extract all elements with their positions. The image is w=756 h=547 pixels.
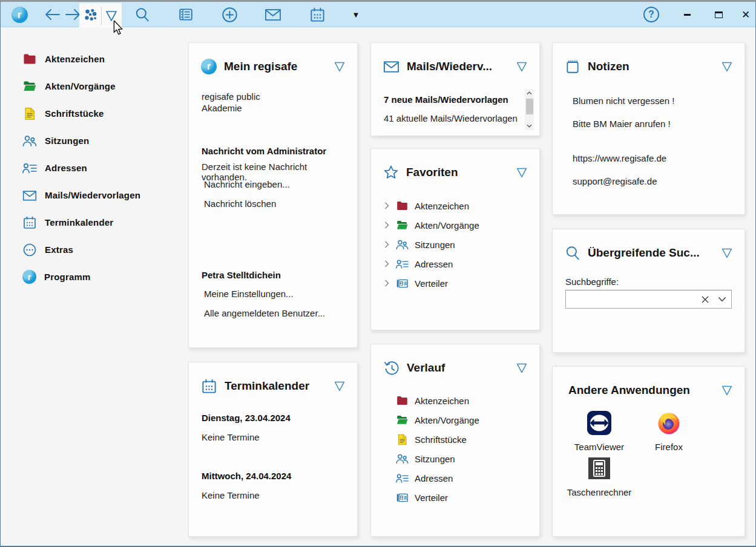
search-dropdown-button[interactable]: [718, 296, 726, 302]
card-header: Favoriten: [383, 163, 528, 182]
notepad-icon: [565, 59, 580, 74]
back-button[interactable]: [43, 2, 61, 27]
app-label: TeamViewer: [565, 442, 633, 452]
chevron-down-icon[interactable]: [333, 60, 346, 73]
chevron-down-icon[interactable]: [515, 361, 528, 375]
mail-button[interactable]: [263, 2, 283, 27]
app-logo[interactable]: r: [10, 2, 28, 27]
history-item-schriftstuecke[interactable]: Schriftstücke: [396, 430, 531, 449]
chevron-right-icon[interactable]: [384, 202, 390, 209]
favorite-item-verteiler[interactable]: Verteiler: [384, 274, 531, 293]
card-header: Verlauf: [383, 359, 528, 377]
enter-message-link[interactable]: Nachricht eingeben...: [202, 179, 347, 189]
sidebar-item-label: Programm: [44, 272, 91, 282]
search-button[interactable]: [133, 2, 152, 27]
sidebar-item-akten-vorgaenge[interactable]: Akten/Vorgänge: [22, 73, 180, 100]
help-icon: ?: [643, 7, 659, 22]
favorite-item-aktenzeichen[interactable]: Aktenzeichen: [384, 196, 531, 215]
app-shortcut-taschenrechner[interactable]: Taschenrechner: [565, 456, 633, 497]
sidebar-item-mails[interactable]: Mails/Wiedervorlagen: [22, 182, 180, 209]
distribution-card-icon: [396, 277, 409, 290]
search-input[interactable]: [568, 291, 689, 307]
mail-icon: [265, 8, 281, 21]
favorite-item-label: Verteiler: [415, 278, 448, 289]
sidebar-item-terminkalender[interactable]: Terminkalender: [22, 209, 180, 236]
history-item-aktenzeichen[interactable]: Aktenzeichen: [396, 391, 531, 410]
current-user-name: Petra Stelltdichein: [202, 270, 347, 280]
my-settings-link[interactable]: Meine Einstellungen...: [202, 289, 347, 299]
chevron-down-icon[interactable]: [720, 60, 734, 73]
card-title: Mails/Wiederv...: [407, 60, 508, 73]
minimize-button[interactable]: [679, 2, 695, 27]
people-icon: [22, 134, 37, 148]
distribution-card-icon: [396, 491, 409, 504]
note-item[interactable]: Blumen nicht vergessen !: [573, 96, 735, 106]
card-title: Übergreifende Suc...: [588, 246, 713, 260]
chevron-right-icon[interactable]: [384, 280, 390, 287]
chevron-down-icon[interactable]: [515, 166, 528, 179]
history-item-verteiler[interactable]: Verteiler: [396, 488, 531, 507]
chevron-right-icon[interactable]: [384, 221, 390, 229]
scrollbar-thumb[interactable]: [526, 99, 533, 114]
history-list: Aktenzeichen Akten/Vorgänge Schriftstück…: [396, 391, 531, 507]
history-item-adressen[interactable]: Adressen: [396, 468, 531, 488]
close-icon: ✕: [741, 8, 750, 21]
scroll-down-icon[interactable]: [525, 122, 534, 130]
sidebar-item-programm[interactable]: r Programm: [22, 263, 180, 290]
sidebar-item-aktenzeichen[interactable]: Aktenzeichen: [22, 45, 180, 73]
help-button[interactable]: ?: [642, 2, 660, 27]
sidebar-item-schriftstuecke[interactable]: Schriftstücke: [22, 100, 180, 127]
chevron-right-icon[interactable]: [384, 260, 390, 267]
favorite-item-adressen[interactable]: Adressen: [384, 254, 531, 274]
add-button[interactable]: [220, 2, 239, 27]
regisafe-logo-icon: r: [12, 7, 28, 23]
chevron-down-icon[interactable]: [720, 384, 734, 397]
card-title: Notizen: [588, 60, 713, 73]
sidebar-item-adressen[interactable]: Adressen: [22, 154, 180, 182]
note-item-link[interactable]: support@regisafe.de: [573, 176, 735, 186]
sidebar-item-label: Terminkalender: [45, 217, 113, 228]
clear-search-button[interactable]: [701, 295, 709, 304]
close-button[interactable]: ✕: [737, 2, 755, 27]
folder-green-open-icon: [396, 219, 409, 232]
envelope-icon: [22, 188, 37, 203]
app-shortcut-firefox[interactable]: Firefox: [635, 410, 703, 452]
calendar-button[interactable]: [307, 2, 327, 27]
delete-message-link[interactable]: Nachricht löschen: [202, 198, 347, 209]
current-mails-count[interactable]: 41 aktuelle Mails/Wiedervorlagen in: [384, 113, 519, 123]
new-mails-count[interactable]: 7 neue Mails/Wiedervorlagen: [384, 94, 519, 105]
history-item-akten-vorgaenge[interactable]: Akten/Vorgänge: [396, 410, 531, 430]
note-item[interactable]: Bitte BM Maier anrufen !: [573, 119, 735, 129]
news-button[interactable]: [176, 2, 196, 27]
logged-in-users-link[interactable]: Alle angemeldeten Benutzer...: [202, 308, 347, 318]
card-terminkalender: Terminkalender Dienstag, 23.04.2024 Kein…: [188, 362, 358, 537]
chevron-down-icon[interactable]: [333, 379, 346, 393]
history-item-sitzungen[interactable]: Sitzungen: [396, 449, 531, 468]
scrollbar-vertical[interactable]: [525, 89, 534, 130]
sidebar-item-sitzungen[interactable]: Sitzungen: [22, 127, 180, 154]
history-item-label: Verteiler: [415, 493, 448, 503]
card-title: Mein regisafe: [224, 60, 326, 73]
clear-x-icon: [701, 295, 709, 304]
chevron-down-icon[interactable]: [720, 246, 734, 260]
history-item-label: Sitzungen: [415, 454, 455, 464]
card-title: Andere Anwendungen: [568, 384, 713, 397]
folder-green-open-icon: [396, 414, 409, 427]
favorite-item-sitzungen[interactable]: Sitzungen: [384, 235, 531, 254]
chevron-right-icon[interactable]: [384, 241, 390, 248]
app-shortcut-teamviewer[interactable]: TeamViewer: [565, 410, 633, 452]
contact-icon: [22, 161, 37, 175]
card-header: Andere Anwendungen: [568, 381, 734, 399]
history-item-label: Adressen: [415, 473, 453, 483]
toolbar-menu-button[interactable]: ▼: [348, 2, 364, 27]
sidebar-item-extras[interactable]: Extras: [22, 236, 180, 263]
search-terms-field[interactable]: [565, 290, 732, 309]
maximize-button[interactable]: [710, 2, 727, 27]
calendar-day-info: Keine Termine: [202, 490, 347, 500]
card-header: Terminkalender: [201, 377, 346, 395]
favorite-item-akten-vorgaenge[interactable]: Akten/Vorgänge: [384, 215, 531, 235]
folder-red-icon: [396, 200, 409, 212]
note-item-link[interactable]: https://www.regisafe.de: [573, 153, 735, 163]
chevron-down-icon[interactable]: [515, 60, 528, 73]
scroll-up-icon[interactable]: [525, 89, 534, 97]
